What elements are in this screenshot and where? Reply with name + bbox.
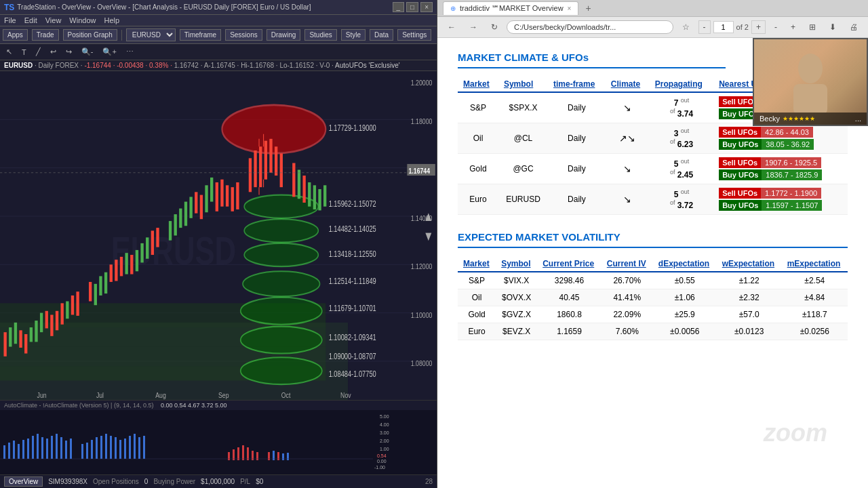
vol-m-3: ±0.0256 [782, 323, 848, 340]
svg-rect-118 [247, 447, 249, 460]
symbol-dropdown[interactable]: EURUSD [126, 28, 176, 41]
svg-rect-95 [51, 436, 53, 459]
zoom-in-page-btn[interactable]: + [786, 20, 800, 35]
next-page-btn[interactable]: + [751, 20, 766, 34]
minimize-btn[interactable]: _ [393, 2, 405, 12]
svg-rect-125 [287, 453, 289, 460]
svg-rect-61 [226, 185, 229, 206]
title-bar: TS TradeStation - OverView - OverView - … [0, 0, 437, 15]
vol-iv-3: 7.60% [601, 323, 653, 340]
active-tab[interactable]: ⊕ traddictiv ℠MARKET Overview × [443, 1, 578, 15]
zoom-in-btn[interactable]: 🔍+ [99, 45, 119, 58]
menu-view[interactable]: View [45, 16, 62, 24]
climate-market-3: Euro [458, 184, 498, 215]
data-btn[interactable]: Data [370, 29, 393, 41]
climate-ufos-2: Sell UFOs 1907.6 - 1925.5 Buy UFOs 1836.… [713, 154, 848, 184]
chart-info-bar: EURUSD · Daily FOREX · -1.16744 · -0.004… [0, 60, 437, 71]
vol-m-2: ±118.7 [782, 306, 848, 323]
sessions-btn[interactable]: Sessions [225, 29, 262, 41]
vol-price-3: 1.1659 [537, 323, 601, 340]
climate-market-1: Oil [458, 123, 498, 154]
svg-rect-93 [41, 437, 43, 459]
vol-symbol-2: $GVZ.X [496, 306, 537, 323]
open-value: 0 [144, 478, 149, 485]
climate-prop-3: 5 outof 3.72 [650, 184, 713, 215]
undo-btn[interactable]: ↩ [47, 45, 60, 58]
vol-axis-0: 0.00 [377, 459, 387, 464]
position-graph-btn[interactable]: Position Graph [63, 29, 117, 41]
vol-axis-4: 4.00 [380, 422, 389, 427]
svg-rect-46 [140, 243, 143, 263]
address-bar[interactable] [507, 20, 673, 34]
settings-btn[interactable]: Settings [397, 29, 431, 41]
video-overlay: Becky ★★★★★★ ... [753, 38, 868, 126]
trade-btn[interactable]: Trade [32, 29, 59, 41]
zoom-out-btn[interactable]: 🔍- [78, 45, 97, 58]
svg-point-19 [241, 327, 322, 354]
svg-rect-76 [318, 189, 321, 210]
svg-rect-107 [115, 437, 117, 459]
close-btn[interactable]: × [420, 2, 433, 12]
maximize-btn[interactable]: □ [406, 2, 418, 12]
menu-window[interactable]: Window [69, 16, 96, 24]
back-btn[interactable]: ← [443, 20, 460, 35]
vol-th-market: Market [458, 256, 496, 272]
apps-btn[interactable]: Apps [3, 29, 28, 41]
tab-label: traddictiv ℠MARKET Overview [460, 4, 564, 13]
video-more-btn[interactable]: ... [855, 115, 861, 123]
studies-btn[interactable]: Studies [304, 29, 336, 41]
time-aug: Aug [155, 391, 166, 399]
menu-edit[interactable]: Edit [24, 16, 37, 24]
drawing-btn[interactable]: Drawing [267, 29, 301, 41]
timeframe-btn[interactable]: Timeframe [180, 29, 221, 41]
vol-th-m: mExpectation [782, 256, 848, 272]
level-label-6: 1.11679-1.10701 [329, 304, 376, 312]
more-tools[interactable]: ⋯ [123, 45, 137, 58]
filter-btn[interactable]: ⬇ [825, 20, 841, 35]
vol-th-price: Current Price [537, 256, 601, 272]
prev-page-btn[interactable]: - [698, 20, 711, 34]
svg-rect-92 [37, 434, 39, 459]
page-number-input[interactable] [713, 21, 734, 33]
climate-prop-1: 3 outof 6.23 [650, 123, 713, 154]
style-btn[interactable]: Style [341, 29, 366, 41]
menu-file[interactable]: File [4, 16, 16, 24]
svg-point-20 [241, 357, 322, 384]
trading-chart-panel: TS TradeStation - OverView - OverView - … [0, 0, 437, 488]
vol-d-1: ±1.06 [653, 289, 717, 306]
vol-row-2: Gold $GVZ.X 1860.8 22.09% ±25.9 ±57.0 ±1… [458, 306, 848, 323]
bar-count: 28 [425, 478, 433, 485]
climate-row-3: Euro EURUSD Daily ↘ 5 outof 3.72 Sell UF… [458, 184, 848, 215]
overview-btn[interactable]: OverView [4, 476, 43, 487]
menu-help[interactable]: Help [104, 16, 119, 24]
chart-timeframe: · Daily FOREX · [35, 62, 84, 69]
chart-price-change: -1.16744 · -0.00438 · 0.38% · [84, 62, 174, 69]
svg-rect-67 [264, 141, 267, 180]
new-tab-btn[interactable]: + [581, 1, 595, 15]
redo-btn[interactable]: ↪ [62, 45, 75, 58]
vol-symbol-0: $VIX.X [496, 272, 537, 289]
svg-rect-87 [13, 441, 15, 459]
svg-rect-40 [110, 264, 113, 282]
svg-rect-109 [124, 439, 126, 459]
svg-rect-24 [19, 330, 22, 348]
tab-close-btn[interactable]: × [568, 5, 572, 12]
climate-row-1: Oil @CL Daily ↗↘ 3 outof 6.23 Sell UFOs … [458, 123, 848, 154]
climate-market-0: S&P [458, 92, 498, 123]
zoom-out-page-btn[interactable]: - [770, 20, 782, 35]
print-btn[interactable]: 🖨 [845, 20, 863, 35]
arrow-tool[interactable]: ↖ [3, 45, 16, 58]
svg-rect-85 [3, 445, 5, 459]
svg-rect-73 [302, 176, 305, 203]
climate-row-2: Gold @GC Daily ↘ 5 outof 2.45 Sell UFOs … [458, 154, 848, 184]
line-tool[interactable]: ╱ [33, 45, 44, 58]
fit-page-btn[interactable]: ⊞ [804, 20, 821, 35]
text-tool[interactable]: T [18, 46, 30, 58]
svg-point-17 [243, 271, 320, 296]
svg-text:EURUSD: EURUSD [111, 230, 236, 273]
bookmark-btn[interactable]: ☆ [677, 20, 694, 35]
refresh-btn[interactable]: ↻ [486, 20, 502, 35]
forward-btn[interactable]: → [465, 20, 482, 35]
vol-row-3: Euro $EVZ.X 1.1659 7.60% ±0.0056 ±0.0123… [458, 323, 848, 340]
svg-rect-99 [70, 439, 72, 459]
